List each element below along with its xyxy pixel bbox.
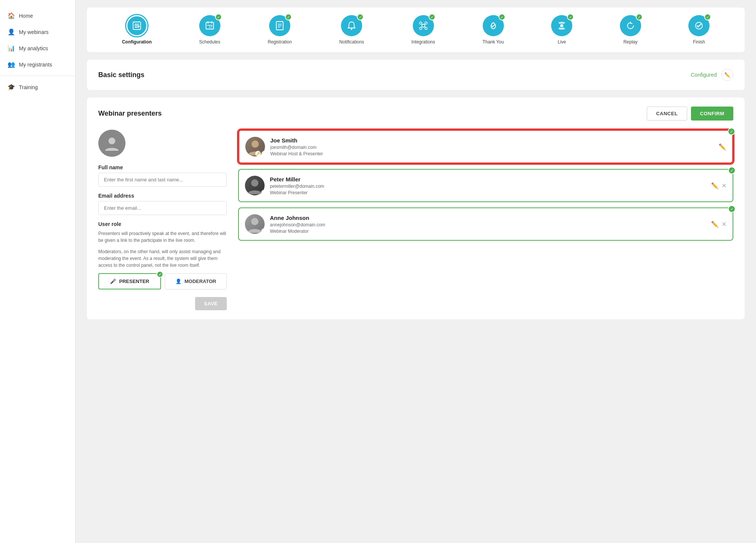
step-notifications[interactable]: ✓ Notifications	[339, 15, 364, 45]
presenter-actions-peter-miller: ✏️ ✕	[711, 182, 727, 189]
analytics-icon: 📊	[8, 45, 15, 52]
confirm-button[interactable]: CONFIRM	[691, 107, 733, 121]
presenter-email-peter-miller: petetermiller@domain.com	[270, 184, 706, 189]
step-live[interactable]: ✓ Live	[551, 15, 572, 45]
presenter-role-check: ✓	[156, 271, 163, 278]
svg-text:17: 17	[209, 25, 212, 29]
step-circle-finish: ✓	[688, 15, 710, 36]
svg-point-26	[251, 141, 259, 148]
basic-settings-right: Configured ✏️	[691, 69, 734, 81]
delete-anne-johnson-icon[interactable]: ✕	[722, 221, 727, 228]
presenter-name-joe-smith: Joe Smith	[270, 137, 713, 144]
card-check-joe-smith: ✓	[728, 128, 735, 135]
basic-settings-card: Basic settings Configured ✏️	[87, 60, 745, 90]
presenter-avatar-joe-smith: 🔑 🎤	[245, 137, 265, 156]
presenter-actions-joe-smith: ✏️	[719, 143, 726, 150]
step-label-thank-you: Thank You	[482, 39, 504, 45]
step-circle-replay: ✓	[620, 15, 641, 36]
step-check-schedules: ✓	[215, 14, 222, 20]
basic-settings-header: Basic settings Configured ✏️	[98, 69, 733, 81]
step-check-thank-you: ✓	[499, 14, 505, 20]
card-check-anne-johnson: ✓	[728, 205, 736, 213]
email-label: Email address	[98, 193, 227, 199]
moderator-role-button[interactable]: 👤 MODERATOR	[165, 273, 227, 289]
svg-point-25	[108, 138, 115, 144]
configured-label: Configured	[691, 72, 717, 78]
step-check-notifications: ✓	[357, 14, 364, 20]
step-label-schedules: Schedules	[199, 39, 220, 45]
sidebar-label-my-analytics: My analytics	[19, 45, 48, 51]
basic-settings-edit-button[interactable]: ✏️	[721, 69, 733, 81]
svg-line-20	[425, 24, 425, 25]
step-check-integrations: ✓	[429, 14, 435, 20]
step-check-live: ✓	[567, 14, 574, 20]
svg-line-21	[421, 27, 422, 28]
presenter-form: Full name Email address User role Presen…	[98, 130, 227, 310]
user-role-desc-1: Presenters will proactively speak at the…	[98, 230, 227, 244]
step-label-finish: Finish	[693, 39, 705, 45]
webinars-icon: 👤	[8, 28, 15, 36]
presenter-card-anne-johnson[interactable]: ✓ 👤 Anne Johnson	[238, 207, 733, 241]
step-circle-live: ✓	[551, 15, 572, 36]
presenter-role-peter-miller: Webinar Presenter	[270, 190, 706, 195]
svg-point-23	[560, 24, 563, 27]
step-circle-registration: ✓	[269, 15, 290, 36]
presenters-list: ✓ 🔑 🎤 Joe	[238, 130, 733, 310]
presenter-role-button[interactable]: ✓ 🎤 PRESENTER	[98, 273, 161, 289]
presenter-email-joe-smith: joesmith@domain.com	[270, 145, 713, 150]
sidebar-item-my-registrants[interactable]: 👥 My registrants	[0, 56, 75, 73]
microphone-icon: 🎤	[110, 278, 116, 284]
user-role-section: User role Presenters will proactively sp…	[98, 221, 227, 269]
fullname-input[interactable]	[98, 173, 227, 187]
presenters-title: Webinar presenters	[98, 110, 162, 118]
presenter-actions-anne-johnson: ✏️ ✕	[711, 221, 727, 228]
sidebar-item-my-analytics[interactable]: 📊 My analytics	[0, 40, 75, 56]
save-button: SAVE	[195, 297, 227, 310]
svg-line-19	[421, 24, 422, 25]
svg-point-27	[251, 179, 258, 187]
presenter-info-anne-johnson: Anne Johnson annejohnson@domain.com Webi…	[270, 215, 706, 234]
basic-settings-title: Basic settings	[98, 71, 144, 79]
home-icon: 🏠	[8, 12, 15, 19]
step-circle-integrations: ✓	[413, 15, 434, 36]
header-actions: CANCEL CONFIRM	[647, 107, 733, 121]
presenters-header: Webinar presenters CANCEL CONFIRM	[98, 107, 733, 121]
email-input[interactable]	[98, 201, 227, 215]
presenter-avatar-peter-miller: 🎤	[245, 176, 265, 195]
step-finish[interactable]: ✓ Finish	[688, 15, 710, 45]
webinar-presenters-card: Webinar presenters CANCEL CONFIRM Full n…	[87, 97, 745, 319]
edit-joe-smith-icon[interactable]: ✏️	[719, 143, 726, 150]
edit-peter-miller-icon[interactable]: ✏️	[711, 182, 719, 189]
sidebar-divider	[0, 76, 75, 76]
presenter-card-joe-smith[interactable]: ✓ 🔑 🎤 Joe	[238, 130, 733, 164]
fullname-label: Full name	[98, 164, 227, 170]
step-label-live: Live	[558, 39, 566, 45]
card-check-peter-miller: ✓	[728, 167, 736, 174]
step-check-finish: ✓	[704, 14, 711, 20]
step-replay[interactable]: ✓ Replay	[620, 15, 641, 45]
delete-peter-miller-icon[interactable]: ✕	[722, 182, 727, 189]
cancel-button[interactable]: CANCEL	[647, 107, 687, 121]
presenter-info-peter-miller: Peter Miller petetermiller@domain.com We…	[270, 176, 706, 195]
user-role-desc-2: Moderators, on the other hand, will only…	[98, 248, 227, 269]
user-role-title: User role	[98, 221, 227, 227]
sidebar-item-my-webinars[interactable]: 👤 My webinars	[0, 24, 75, 40]
presenter-card-peter-miller[interactable]: ✓ 🎤 Peter Miller	[238, 169, 733, 202]
presenters-layout: Full name Email address User role Presen…	[98, 130, 733, 310]
step-configuration[interactable]: Configuration	[122, 15, 152, 45]
presenter-btn-label: PRESENTER	[119, 278, 149, 284]
step-registration[interactable]: ✓ Registration	[268, 15, 292, 45]
form-group-email: Email address	[98, 193, 227, 215]
sidebar-item-training[interactable]: 🎓 Training	[0, 79, 75, 95]
step-integrations[interactable]: ✓ Integrations	[411, 15, 435, 45]
step-schedules[interactable]: ✓ 17 Schedules	[199, 15, 220, 45]
presenter-name-anne-johnson: Anne Johnson	[270, 215, 706, 221]
step-thank-you[interactable]: ✓ Thank You	[482, 15, 504, 45]
svg-point-13	[351, 28, 352, 30]
sidebar-label-my-registrants: My registrants	[19, 62, 52, 68]
presenter-name-peter-miller: Peter Miller	[270, 176, 706, 183]
step-circle-schedules: ✓ 17	[199, 15, 220, 36]
step-circle-notifications: ✓	[341, 15, 362, 36]
edit-anne-johnson-icon[interactable]: ✏️	[711, 221, 719, 228]
sidebar-item-home[interactable]: 🏠 Home	[0, 8, 75, 24]
